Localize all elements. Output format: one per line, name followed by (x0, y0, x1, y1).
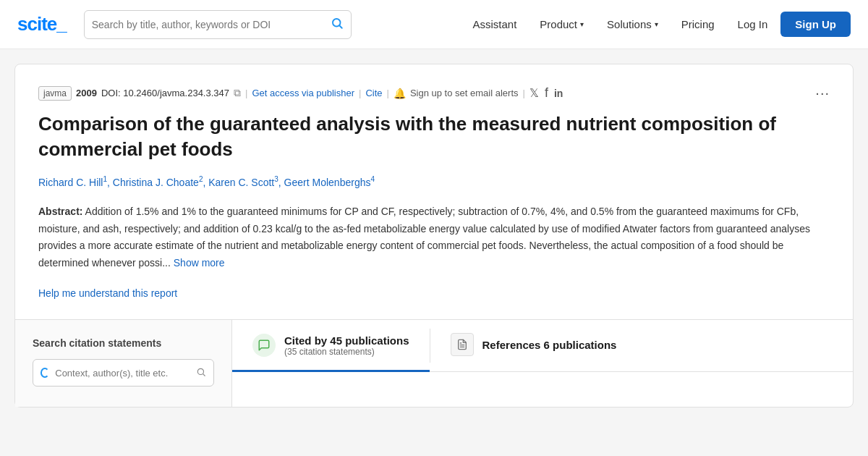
product-chevron-icon: ▾ (580, 20, 584, 28)
facebook-icon[interactable]: f (545, 85, 548, 101)
nav-solutions[interactable]: Solutions ▾ (597, 12, 668, 36)
author-3[interactable]: Karen C. Scott3 (208, 177, 278, 188)
search-citation-panel: Search citation statements (15, 320, 232, 407)
loading-arc-icon (41, 368, 49, 378)
solutions-chevron-icon: ▾ (655, 20, 658, 28)
tabs-row: Cited by 45 publications (35 citation st… (232, 320, 853, 372)
bell-icon: 🔔 (393, 88, 406, 99)
logo[interactable]: scite_ (17, 13, 67, 35)
cited-by-sub-text: (35 citation statements) (284, 347, 409, 357)
nav-pricing[interactable]: Pricing (671, 12, 725, 36)
navbar: scite_ Assistant Product ▾ Solutions ▾ P… (0, 0, 868, 49)
authors-list: Richard C. Hill1, Christina J. Choate2, … (38, 174, 830, 190)
svg-point-2 (197, 368, 203, 374)
login-button[interactable]: Log In (728, 12, 778, 36)
social-icons: 𝕏 f in (529, 85, 563, 101)
nav-links: Assistant Product ▾ Solutions ▾ Pricing … (462, 12, 851, 37)
signup-button[interactable]: Sign Up (780, 12, 851, 37)
show-more-link[interactable]: Show more (174, 257, 225, 269)
abstract-text: Addition of 1.5% and 1% to the guarantee… (38, 206, 810, 269)
article-container: javma 2009 DOI: 10.2460/javma.234.3.347 … (14, 64, 854, 408)
abstract-label: Abstract: (38, 206, 82, 217)
tabs-area: Cited by 45 publications (35 citation st… (232, 320, 853, 407)
access-publisher-link[interactable]: Get access via publisher (252, 88, 354, 98)
linkedin-icon[interactable]: in (554, 88, 563, 99)
logo-text: scite_ (17, 13, 67, 35)
email-alert-text: Sign up to set email alerts (410, 88, 519, 98)
nav-assistant[interactable]: Assistant (462, 12, 527, 36)
cite-link[interactable]: Cite (365, 88, 382, 98)
cited-by-bubble-icon (252, 334, 276, 357)
citation-search-input[interactable] (55, 368, 192, 379)
twitter-icon[interactable]: 𝕏 (529, 86, 539, 100)
copy-icon[interactable]: ⧉ (234, 87, 241, 99)
references-doc-icon (451, 333, 474, 356)
citation-search-bar (33, 359, 214, 387)
abstract: Abstract: Addition of 1.5% and 1% to the… (38, 203, 830, 272)
help-link[interactable]: Help me understand this report (38, 287, 177, 299)
nav-product[interactable]: Product ▾ (529, 12, 594, 36)
more-options-button[interactable]: ··· (815, 85, 830, 101)
author-4[interactable]: Geert Molenberghs4 (284, 177, 375, 188)
search-bar (84, 10, 352, 39)
citation-panel-title: Search citation statements (33, 337, 214, 349)
journal-badge: javma (38, 86, 72, 101)
search-input[interactable] (92, 19, 325, 30)
references-text: References 6 publications (482, 339, 617, 351)
search-icon (331, 17, 344, 33)
article-title: Comparison of the guaranteed analysis wi… (38, 111, 830, 162)
author-2[interactable]: Christina J. Choate2 (113, 177, 203, 188)
bottom-section: Search citation statements (15, 319, 853, 407)
article-year: 2009 (76, 88, 97, 98)
tab-references[interactable]: References 6 publications (430, 320, 637, 371)
author-1[interactable]: Richard C. Hill1 (38, 177, 107, 188)
svg-line-1 (339, 25, 341, 28)
cited-by-text-group: Cited by 45 publications (35 citation st… (284, 334, 409, 357)
cited-by-main-text: Cited by 45 publications (284, 334, 409, 347)
svg-line-3 (203, 373, 205, 376)
article-meta: javma 2009 DOI: 10.2460/javma.234.3.347 … (38, 85, 830, 101)
tab-cited-by[interactable]: Cited by 45 publications (35 citation st… (232, 321, 430, 372)
citation-search-icon (196, 367, 206, 379)
article-doi: DOI: 10.2460/javma.234.3.347 (101, 88, 229, 98)
